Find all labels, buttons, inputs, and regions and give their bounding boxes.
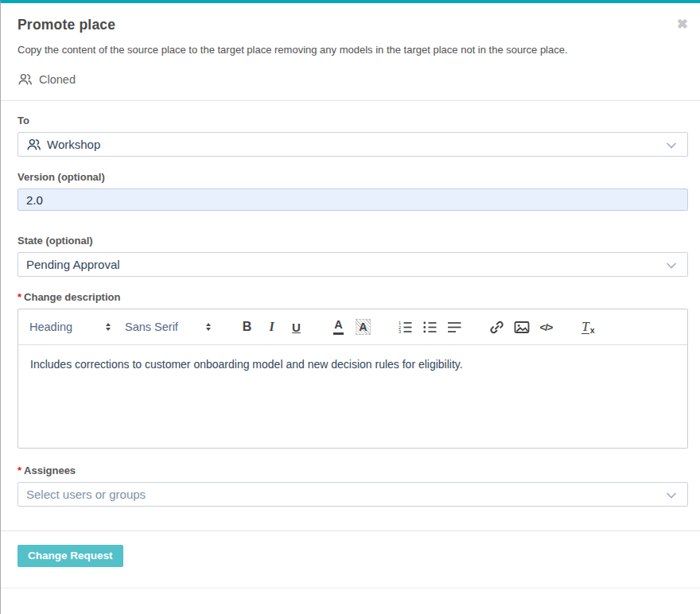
source-place-label: Cloned xyxy=(39,73,76,86)
state-value: Pending Approval xyxy=(26,258,120,271)
group-icon xyxy=(18,72,33,86)
promote-form: To Workshop Version (opt xyxy=(1,101,700,507)
color-group: A A xyxy=(326,317,375,337)
insert-group: </> xyxy=(484,317,558,337)
dialog-description: Copy the content of the source place to … xyxy=(18,44,688,56)
required-asterisk: * xyxy=(18,291,21,304)
change-request-button[interactable]: Change Request xyxy=(18,545,123,567)
heading-picker[interactable]: Heading xyxy=(29,321,111,333)
ordered-list-icon[interactable]: 123 xyxy=(393,317,418,337)
state-label: State (optional) xyxy=(18,235,688,247)
text-color-icon[interactable]: A xyxy=(326,317,351,337)
assignees-select[interactable]: Select users or groups xyxy=(18,482,688,507)
clean-group: Tx xyxy=(576,317,601,337)
picker-arrows-icon xyxy=(106,323,111,332)
field-state: State (optional) Pending Approval xyxy=(18,235,688,277)
field-version: Version (optional) xyxy=(18,171,688,211)
group-icon xyxy=(26,138,41,151)
bottom-edge-line xyxy=(1,588,700,589)
format-group: B I U xyxy=(235,317,309,337)
list-group: 123 xyxy=(393,317,467,337)
assignees-placeholder: Select users or groups xyxy=(26,488,146,501)
clear-formatting-icon[interactable]: Tx xyxy=(576,317,601,337)
field-assignees: * Assignees Select users or groups xyxy=(18,464,688,507)
rich-text-editor: Heading Sans Serif B I U xyxy=(18,309,688,449)
bold-icon[interactable]: B xyxy=(235,317,259,337)
editor-toolbar: Heading Sans Serif B I U xyxy=(18,309,687,345)
bullet-list-icon[interactable] xyxy=(418,317,442,337)
underline-icon[interactable]: U xyxy=(284,317,309,337)
field-change-description: * Change description Heading Sans Serif xyxy=(18,291,688,449)
change-description-editor-body[interactable]: Includes corrections to customer onboard… xyxy=(18,345,687,448)
required-asterisk: * xyxy=(18,464,21,477)
picker-arrows-icon xyxy=(206,323,211,332)
target-place-select[interactable]: Workshop xyxy=(18,132,688,157)
promote-place-dialog: Promote place ✖ Copy the content of the … xyxy=(0,0,700,614)
code-block-icon[interactable]: </> xyxy=(534,317,558,337)
font-picker[interactable]: Sans Serif xyxy=(125,321,211,333)
background-color-icon[interactable]: A xyxy=(351,317,375,337)
italic-icon[interactable]: I xyxy=(259,317,284,337)
assignees-label: * Assignees xyxy=(18,464,688,477)
close-icon[interactable]: ✖ xyxy=(677,17,688,31)
link-icon[interactable] xyxy=(484,317,509,337)
chevron-down-icon xyxy=(666,138,677,151)
svg-text:3: 3 xyxy=(399,329,401,334)
chevron-down-icon xyxy=(666,258,677,271)
state-select[interactable]: Pending Approval xyxy=(18,252,688,277)
field-to: To Workshop xyxy=(18,101,688,157)
image-icon[interactable] xyxy=(509,317,534,337)
source-place-row: Cloned xyxy=(18,72,688,100)
align-icon[interactable] xyxy=(442,317,467,337)
chevron-down-icon xyxy=(666,488,677,501)
to-label: To xyxy=(18,115,688,127)
dialog-footer: Change Request xyxy=(1,531,700,567)
target-place-value: Workshop xyxy=(47,138,100,151)
page-title: Promote place xyxy=(18,17,688,33)
change-description-label: * Change description xyxy=(18,291,688,304)
version-label: Version (optional) xyxy=(18,171,688,184)
dialog-header: Promote place ✖ Copy the content of the … xyxy=(1,3,700,100)
version-input[interactable] xyxy=(18,188,688,211)
